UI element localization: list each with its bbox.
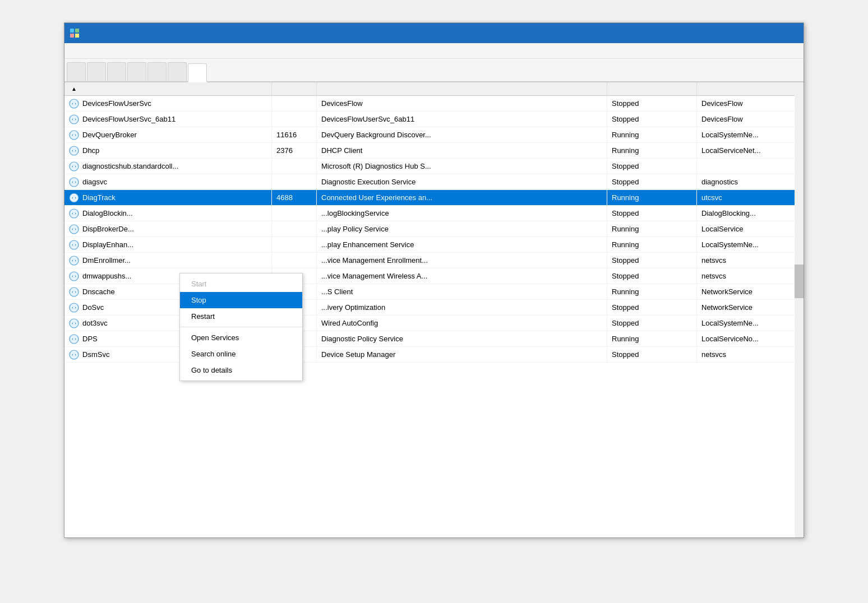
cell-pid	[272, 206, 317, 221]
close-button[interactable]	[773, 23, 799, 43]
col-name[interactable]: ▲	[64, 82, 272, 95]
cell-status: Running	[607, 221, 697, 236]
svg-rect-3	[75, 34, 79, 38]
cell-desc: ...logBlockingService	[317, 206, 607, 221]
tab-startup[interactable]	[127, 62, 146, 81]
svg-point-15	[73, 181, 75, 183]
context-menu-item-go-to-details[interactable]: Go to details	[180, 362, 302, 378]
cell-name: DevicesFlowUserSvc	[64, 96, 272, 111]
cell-desc: ...play Enhancement Service	[317, 237, 607, 252]
tab-details[interactable]	[168, 62, 187, 81]
col-group[interactable]	[697, 82, 804, 95]
minimize-button[interactable]	[717, 23, 743, 43]
scrollbar-track[interactable]	[795, 82, 804, 537]
cell-pid	[272, 174, 317, 189]
maximize-button[interactable]	[745, 23, 771, 43]
tabs-bar	[64, 59, 804, 82]
table-row[interactable]: DsmSvc Device Setup Manager Stopped nets…	[64, 347, 804, 363]
context-menu-item-stop[interactable]: Stop	[180, 292, 302, 308]
cell-status: Stopped	[607, 268, 697, 284]
cell-name: DiagTrack	[64, 190, 272, 205]
cell-desc: ...play Policy Service	[317, 221, 607, 236]
cell-group: netsvcs	[697, 347, 804, 362]
table-row[interactable]: Dnscache ...S Client Running NetworkServ…	[64, 284, 804, 300]
svg-point-31	[73, 307, 75, 309]
menu-options[interactable]	[78, 50, 89, 52]
cell-name: Dhcp	[64, 143, 272, 158]
cell-desc: DevicesFlow	[317, 96, 607, 111]
table-row[interactable]: Dhcp 2376 DHCP Client Running LocalServi…	[64, 143, 804, 159]
svg-point-9	[73, 134, 75, 136]
svg-point-13	[73, 165, 75, 168]
col-status[interactable]	[607, 82, 697, 95]
svg-point-7	[73, 118, 75, 120]
context-menu-item-restart[interactable]: Restart	[180, 308, 302, 324]
table-row[interactable]: DevicesFlowUserSvc DevicesFlow Stopped D…	[64, 96, 804, 112]
cell-group: diagnostics	[697, 174, 804, 189]
cell-desc: DevicesFlowUserSvc_6ab11	[317, 112, 607, 127]
table-row[interactable]: DmEnrollmer... ...vice Management Enroll…	[64, 253, 804, 268]
table-body[interactable]: DevicesFlowUserSvc DevicesFlow Stopped D…	[64, 96, 804, 537]
cell-group: NetworkService	[697, 284, 804, 299]
table-row[interactable]: diagsvc Diagnostic Execution Service Sto…	[64, 174, 804, 190]
svg-point-21	[73, 228, 75, 230]
svg-point-19	[73, 212, 75, 215]
table-row[interactable]: dot3svc Wired AutoConfig Stopped LocalSy…	[64, 316, 804, 331]
cell-group: DialogBlocking...	[697, 206, 804, 221]
table-row[interactable]: DevQueryBroker 11616 DevQuery Background…	[64, 127, 804, 143]
cell-group: netsvcs	[697, 268, 804, 284]
cell-pid: 2376	[272, 143, 317, 158]
svg-point-35	[73, 338, 75, 340]
context-menu-item-start: Start	[180, 276, 302, 292]
svg-point-33	[73, 322, 75, 324]
cell-desc: ...vice Management Enrollment...	[317, 253, 607, 268]
cell-desc: DHCP Client	[317, 143, 607, 158]
tab-users[interactable]	[147, 62, 167, 81]
tab-processes[interactable]	[67, 62, 86, 81]
table-row[interactable]: dmwappushs... ...vice Management Wireles…	[64, 268, 804, 284]
tab-performance[interactable]	[87, 62, 106, 81]
title-bar	[64, 23, 804, 43]
cell-desc: ...S Client	[317, 284, 607, 299]
cell-status: Stopped	[607, 174, 697, 189]
scrollbar-thumb[interactable]	[795, 265, 804, 298]
cell-group: DevicesFlow	[697, 96, 804, 111]
cell-pid	[272, 96, 317, 111]
table-row[interactable]: DevicesFlowUserSvc_6ab11 DevicesFlowUser…	[64, 112, 804, 127]
window-controls	[717, 23, 799, 43]
table-header: ▲	[64, 82, 804, 96]
svg-rect-1	[75, 29, 79, 33]
table-row[interactable]: DialogBlockin... ...logBlockingService S…	[64, 206, 804, 221]
table-row[interactable]: DPS 4704 Diagnostic Policy Service Runni…	[64, 331, 804, 347]
cell-desc: ...ivery Optimization	[317, 300, 607, 315]
svg-rect-0	[70, 29, 74, 33]
menu-bar	[64, 43, 804, 59]
cell-name: DispBrokerDe...	[64, 221, 272, 236]
table-row[interactable]: diagnosticshub.standardcoll... Microsoft…	[64, 159, 804, 174]
cell-status: Running	[607, 284, 697, 299]
col-description[interactable]	[317, 82, 607, 95]
app-icon	[69, 27, 80, 39]
cell-desc: Device Setup Manager	[317, 347, 607, 362]
menu-view[interactable]	[89, 50, 100, 52]
col-pid[interactable]	[272, 82, 317, 95]
cell-name: diagsvc	[64, 174, 272, 189]
svg-point-25	[73, 259, 75, 262]
cell-desc: DevQuery Background Discover...	[317, 127, 607, 142]
context-menu-item-open-services[interactable]: Open Services	[180, 330, 302, 346]
tab-services[interactable]	[188, 63, 207, 82]
cell-status: Stopped	[607, 96, 697, 111]
cell-desc: Diagnostic Execution Service	[317, 174, 607, 189]
cell-group: LocalServiceNet...	[697, 143, 804, 158]
svg-rect-2	[70, 34, 74, 38]
cell-group: LocalService	[697, 221, 804, 236]
cell-group: netsvcs	[697, 253, 804, 268]
menu-file[interactable]	[67, 50, 78, 52]
table-row[interactable]: DisplayEnhan... ...play Enhancement Serv…	[64, 237, 804, 253]
table-row[interactable]: DispBrokerDe... ...play Policy Service R…	[64, 221, 804, 237]
cell-group: utcsvc	[697, 190, 804, 205]
table-row[interactable]: DoSvc ...ivery Optimization Stopped Netw…	[64, 300, 804, 316]
table-row[interactable]: DiagTrack 4688 Connected User Experience…	[64, 190, 804, 206]
context-menu-item-search-online[interactable]: Search online	[180, 346, 302, 362]
tab-app-history[interactable]	[107, 62, 126, 81]
